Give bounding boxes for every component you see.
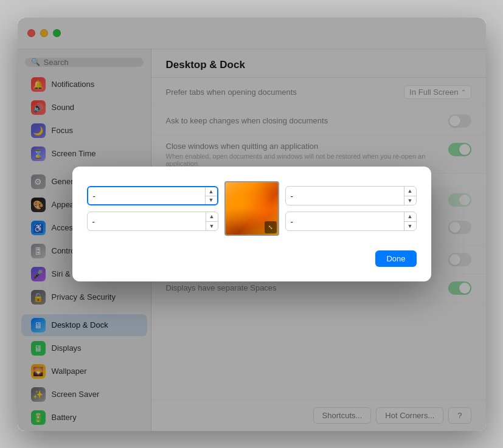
select-left-top[interactable]: - ▲ ▼ xyxy=(87,186,218,205)
stepper-up-icon[interactable]: ▲ xyxy=(404,212,416,222)
stepper-up-icon[interactable]: ▲ xyxy=(206,212,218,222)
wallpaper-thumbnail: ⤡ xyxy=(224,181,279,236)
select-left-bottom[interactable]: - ▲ ▼ xyxy=(87,212,218,231)
select-stepper-left-bottom: ▲ ▼ xyxy=(206,212,218,230)
stepper-up-icon[interactable]: ▲ xyxy=(404,187,416,196)
overlay-backdrop: - ▲ ▼ - ▲ ▼ xyxy=(18,18,486,431)
stepper-down-icon[interactable]: ▼ xyxy=(404,222,416,231)
stepper-down-icon[interactable]: ▼ xyxy=(404,196,416,205)
select-stepper-right-top: ▲ ▼ xyxy=(404,187,416,205)
select-stepper-left-top: ▲ ▼ xyxy=(205,187,217,204)
stepper-up-icon[interactable]: ▲ xyxy=(206,187,217,196)
dialog-selects-right: - ▲ ▼ - ▲ ▼ xyxy=(285,186,417,231)
dialog: - ▲ ▼ - ▲ ▼ xyxy=(72,167,431,281)
select-left-bottom-input[interactable]: - xyxy=(88,217,206,226)
dialog-done-row: Done xyxy=(87,250,417,267)
select-right-top[interactable]: - ▲ ▼ xyxy=(285,186,417,205)
select-right-bottom-input[interactable]: - xyxy=(286,217,404,226)
select-left-top-input[interactable]: - xyxy=(88,191,205,201)
done-button[interactable]: Done xyxy=(375,250,416,267)
select-right-top-input[interactable]: - xyxy=(286,191,404,201)
select-stepper-right-bottom: ▲ ▼ xyxy=(404,212,416,230)
thumbnail-badge: ⤡ xyxy=(265,221,277,233)
dialog-grid: - ▲ ▼ - ▲ ▼ xyxy=(87,181,417,236)
dialog-selects-left: - ▲ ▼ - ▲ ▼ xyxy=(87,186,218,231)
select-right-bottom[interactable]: - ▲ ▼ xyxy=(285,212,417,231)
main-window: 🔍 🔔 Notifications 🔊 Sound 🌙 Focus ⌛ Scre… xyxy=(18,18,486,431)
stepper-down-icon[interactable]: ▼ xyxy=(206,222,218,231)
stepper-down-icon[interactable]: ▼ xyxy=(206,196,217,205)
